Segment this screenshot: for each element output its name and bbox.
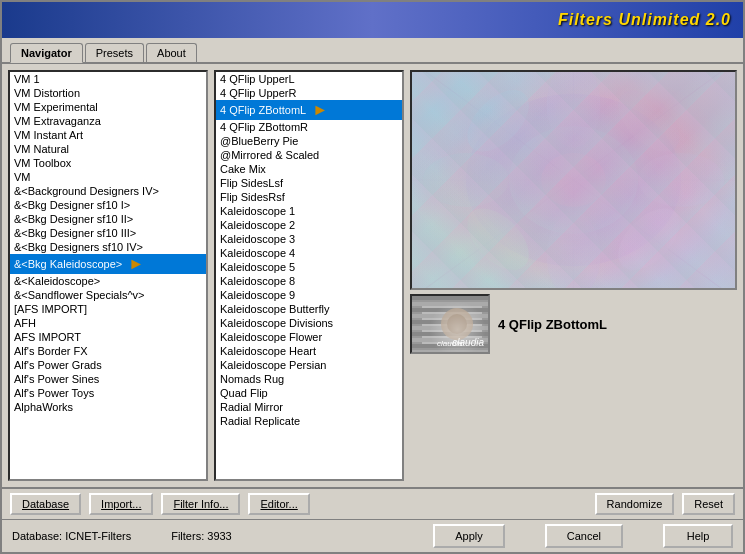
right-panel: claudia 4 QFlip ZBottomL bbox=[410, 70, 737, 481]
category-list[interactable]: VM 1 VM Distortion VM Experimental VM Ex… bbox=[8, 70, 208, 481]
list-item[interactable]: &<Bkg Designer sf10 I> bbox=[10, 198, 206, 212]
list-item[interactable]: VM Distortion bbox=[10, 86, 206, 100]
list-item[interactable]: AFH bbox=[10, 316, 206, 330]
svg-rect-16 bbox=[412, 296, 490, 354]
arrow-indicator: ► bbox=[128, 255, 144, 273]
list-item[interactable]: VM bbox=[10, 170, 206, 184]
randomize-button[interactable]: Randomize bbox=[595, 493, 675, 515]
list-item[interactable]: Cake Mix bbox=[216, 162, 402, 176]
list-item[interactable]: 4 QFlip UpperL bbox=[216, 72, 402, 86]
svg-point-15 bbox=[638, 153, 724, 207]
reset-button[interactable]: Reset bbox=[682, 493, 735, 515]
preview-bottom: claudia 4 QFlip ZBottomL bbox=[410, 294, 737, 354]
list-item[interactable]: Flip SidesLsf bbox=[216, 176, 402, 190]
list-item[interactable]: &<Bkg Designers sf10 IV> bbox=[10, 240, 206, 254]
list-item[interactable]: &<Background Designers IV> bbox=[10, 184, 206, 198]
list-item[interactable]: Kaleidoscope 5 bbox=[216, 260, 402, 274]
svg-point-2 bbox=[509, 126, 638, 234]
svg-point-9 bbox=[607, 79, 691, 163]
list-item[interactable]: VM 1 bbox=[10, 72, 206, 86]
help-button[interactable]: Help bbox=[663, 524, 733, 548]
list-item[interactable]: VM Natural bbox=[10, 142, 206, 156]
list-item[interactable]: Kaleidoscope 4 bbox=[216, 246, 402, 260]
svg-rect-19 bbox=[412, 302, 490, 306]
filter-info-button[interactable]: Filter Info... bbox=[161, 493, 240, 515]
list-item[interactable]: Kaleidoscope Butterfly bbox=[216, 302, 402, 316]
svg-rect-21 bbox=[412, 314, 490, 318]
list-item[interactable]: 4 QFlip UpperR bbox=[216, 86, 402, 100]
list-item[interactable]: @BlueBerry Pie bbox=[216, 134, 402, 148]
svg-rect-20 bbox=[412, 308, 490, 312]
list-item[interactable]: AFS IMPORT bbox=[10, 330, 206, 344]
list-item[interactable]: Kaleidoscope Persian bbox=[216, 358, 402, 372]
svg-point-10 bbox=[456, 197, 540, 281]
list-item[interactable]: Kaleidoscope Heart bbox=[216, 344, 402, 358]
thumbnail-svg: claudia bbox=[412, 296, 490, 354]
list-item[interactable]: Alf's Border FX bbox=[10, 344, 206, 358]
list-item[interactable]: Alf's Power Sines bbox=[10, 372, 206, 386]
svg-rect-17 bbox=[422, 306, 482, 346]
list-item[interactable]: Kaleidoscope Divisions bbox=[216, 316, 402, 330]
list-item[interactable]: VM Toolbox bbox=[10, 156, 206, 170]
svg-rect-27 bbox=[412, 350, 490, 354]
list-item[interactable]: Kaleidoscope 8 bbox=[216, 274, 402, 288]
list-item[interactable]: Alf's Power Toys bbox=[10, 386, 206, 400]
list-item[interactable]: &<Kaleidoscope> bbox=[10, 274, 206, 288]
svg-line-5 bbox=[412, 72, 735, 288]
svg-rect-26 bbox=[412, 344, 490, 348]
svg-point-14 bbox=[423, 153, 509, 207]
import-button[interactable]: Import... bbox=[89, 493, 153, 515]
status-filters: Filters: 3933 bbox=[171, 530, 232, 542]
list-item[interactable]: 4 QFlip ZBottomR bbox=[216, 120, 402, 134]
list-item[interactable]: VM Instant Art bbox=[10, 128, 206, 142]
filter-list[interactable]: 4 QFlip UpperL 4 QFlip UpperR 4 QFlip ZB… bbox=[214, 70, 404, 481]
svg-point-29 bbox=[447, 314, 467, 334]
list-item[interactable]: Kaleidoscope Flower bbox=[216, 330, 402, 344]
list-item[interactable]: Radial Replicate bbox=[216, 414, 402, 428]
list-item[interactable]: AlphaWorks bbox=[10, 400, 206, 414]
preview-image bbox=[410, 70, 737, 290]
tab-navigator[interactable]: Navigator bbox=[10, 43, 83, 63]
filter-item-selected[interactable]: 4 QFlip ZBottomL ► bbox=[216, 100, 402, 120]
list-item[interactable]: Nomads Rug bbox=[216, 372, 402, 386]
title-text: Filters Unlimited 2.0 bbox=[558, 11, 731, 29]
cancel-button[interactable]: Cancel bbox=[545, 524, 623, 548]
status-database: Database: ICNET-Filters bbox=[12, 530, 131, 542]
tabs-row: Navigator Presets About bbox=[2, 38, 743, 62]
status-bar: Database: ICNET-Filters Filters: 3933 Ap… bbox=[2, 519, 743, 552]
svg-point-1 bbox=[466, 94, 681, 266]
list-item[interactable]: &<Bkg Designer sf10 II> bbox=[10, 212, 206, 226]
list-item[interactable]: Kaleidoscope 3 bbox=[216, 232, 402, 246]
list-item-selected[interactable]: &<Bkg Kaleidoscope> ► bbox=[10, 254, 206, 274]
list-item[interactable]: Kaleidoscope 2 bbox=[216, 218, 402, 232]
svg-point-12 bbox=[547, 72, 601, 148]
list-item[interactable]: Quad Flip bbox=[216, 386, 402, 400]
svg-point-11 bbox=[607, 197, 691, 281]
svg-point-13 bbox=[547, 212, 601, 288]
middle-panel: 4 QFlip UpperL 4 QFlip UpperR 4 QFlip ZB… bbox=[214, 70, 404, 481]
svg-rect-18 bbox=[412, 296, 490, 300]
list-item[interactable]: Kaleidoscope 9 bbox=[216, 288, 402, 302]
svg-rect-22 bbox=[412, 320, 490, 324]
list-item[interactable]: Radial Mirror bbox=[216, 400, 402, 414]
editor-button[interactable]: Editor... bbox=[248, 493, 309, 515]
svg-text:claudia: claudia bbox=[437, 339, 463, 348]
database-button[interactable]: Database bbox=[10, 493, 81, 515]
list-item[interactable]: &<Bkg Designer sf10 III> bbox=[10, 226, 206, 240]
list-item[interactable]: @Mirrored & Scaled bbox=[216, 148, 402, 162]
list-item[interactable]: &<Sandflower Specials^v> bbox=[10, 288, 206, 302]
selected-filter-name: 4 QFlip ZBottomL bbox=[498, 317, 607, 332]
thumbnail: claudia bbox=[410, 294, 490, 354]
list-item[interactable]: Kaleidoscope 1 bbox=[216, 204, 402, 218]
list-item[interactable]: [AFS IMPORT] bbox=[10, 302, 206, 316]
svg-point-3 bbox=[541, 153, 606, 207]
list-item[interactable]: Alf's Power Grads bbox=[10, 358, 206, 372]
tab-about[interactable]: About bbox=[146, 43, 197, 62]
list-item[interactable]: Flip SidesRsf bbox=[216, 190, 402, 204]
main-window: Filters Unlimited 2.0 Navigator Presets … bbox=[0, 0, 745, 554]
list-item[interactable]: VM Experimental bbox=[10, 100, 206, 114]
svg-rect-0 bbox=[412, 72, 735, 288]
apply-button[interactable]: Apply bbox=[433, 524, 505, 548]
list-item[interactable]: VM Extravaganza bbox=[10, 114, 206, 128]
tab-presets[interactable]: Presets bbox=[85, 43, 144, 62]
